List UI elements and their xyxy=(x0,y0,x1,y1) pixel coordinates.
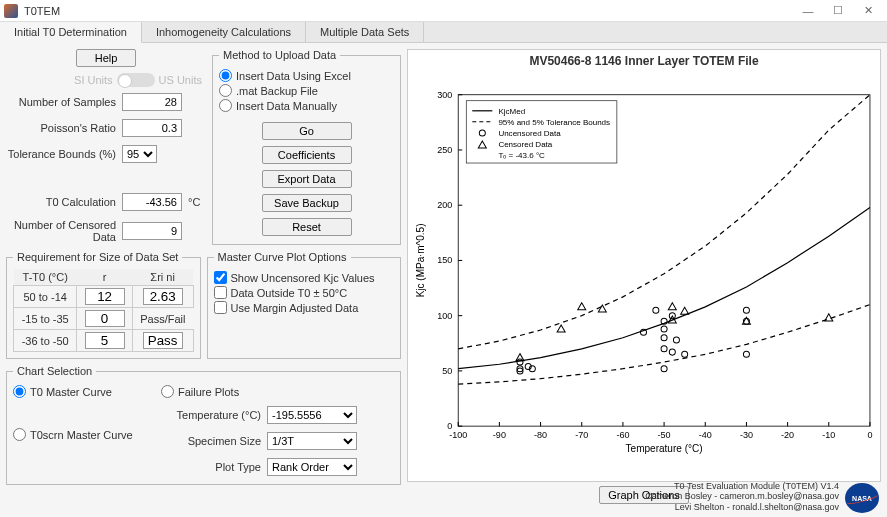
req-legend: Requirement for Size of Data Set xyxy=(13,251,182,263)
tab-multiple-data[interactable]: Multiple Data Sets xyxy=(306,22,424,42)
svg-point-56 xyxy=(743,351,749,357)
svg-text:95% and 5% Tolerance Bounds: 95% and 5% Tolerance Bounds xyxy=(498,118,610,127)
close-button[interactable]: ✕ xyxy=(853,1,883,21)
num-samples-label: Number of Samples xyxy=(6,96,116,108)
svg-text:Uncensored Data: Uncensored Data xyxy=(498,129,561,138)
margin-adjusted-check[interactable] xyxy=(214,301,227,314)
requirement-panel: Requirement for Size of Data Set T-T0 (°… xyxy=(6,251,201,359)
export-data-button[interactable]: Export Data xyxy=(262,170,352,188)
tol-bounds-select[interactable]: 95 xyxy=(122,145,157,163)
svg-text:-10: -10 xyxy=(822,430,835,440)
master-opts-legend: Master Curve Plot Options xyxy=(214,251,351,263)
tab-inhomogeneity[interactable]: Inhomogeneity Calculations xyxy=(142,22,306,42)
tab-bar: Initial T0 Determination Inhomogeneity C… xyxy=(0,22,887,43)
svg-text:Censored Data: Censored Data xyxy=(498,140,552,149)
svg-text:-20: -20 xyxy=(781,430,794,440)
t0-calc-label: T0 Calculation xyxy=(6,196,116,208)
upload-manual-radio[interactable] xyxy=(219,99,232,112)
data-outside-check[interactable] xyxy=(214,286,227,299)
svg-text:0: 0 xyxy=(447,421,452,431)
svg-point-45 xyxy=(653,307,659,313)
go-button[interactable]: Go xyxy=(262,122,352,140)
failure-plots-radio[interactable] xyxy=(161,385,174,398)
chart-area: MV50466-8 1146 Inner Layer TOTEM File -1… xyxy=(407,49,881,482)
req-sum-input[interactable] xyxy=(143,288,183,305)
svg-text:-100: -100 xyxy=(449,430,467,440)
credit-line-3: Levi Shelton - ronald.l.shelton@nasa.gov xyxy=(645,502,839,513)
minimize-button[interactable]: — xyxy=(793,1,823,21)
titlebar: T0TEM — ☐ ✕ xyxy=(0,0,887,22)
svg-point-54 xyxy=(682,351,688,357)
coefficients-button[interactable]: Coefficients xyxy=(262,146,352,164)
svg-text:50: 50 xyxy=(442,366,452,376)
plot-type-select[interactable]: Rank Order xyxy=(267,458,357,476)
svg-text:-40: -40 xyxy=(699,430,712,440)
upload-mat-radio[interactable] xyxy=(219,84,232,97)
svg-text:-80: -80 xyxy=(534,430,547,440)
poisson-label: Poisson's Ratio xyxy=(6,122,116,134)
chart-selection-panel: Chart Selection T0 Master Curve T0scrn M… xyxy=(6,365,401,485)
specimen-select[interactable]: 1/3T xyxy=(267,432,357,450)
svg-point-46 xyxy=(661,335,667,341)
master-curve-chart: -100-90-80-70-60-50-40-30-20-100Temperat… xyxy=(408,72,880,479)
reset-button[interactable]: Reset xyxy=(262,218,352,236)
credit-line-2: Cameron Bosley - cameron.m.bosley@nasa.g… xyxy=(645,491,839,502)
tab-initial-t0[interactable]: Initial T0 Determination xyxy=(0,22,142,43)
nasa-logo-icon: NASA xyxy=(845,483,879,513)
t0-calc-input[interactable] xyxy=(122,193,182,211)
req-pass-input[interactable] xyxy=(143,332,183,349)
svg-text:150: 150 xyxy=(437,255,452,265)
svg-text:KjcMed: KjcMed xyxy=(498,107,525,116)
req-r1-input[interactable] xyxy=(85,288,125,305)
us-units-label: US Units xyxy=(159,74,202,86)
show-uncensored-check[interactable] xyxy=(214,271,227,284)
svg-text:-60: -60 xyxy=(616,430,629,440)
svg-point-49 xyxy=(661,346,667,352)
censored-label: Number of Censored Data xyxy=(6,219,116,243)
svg-point-51 xyxy=(669,349,675,355)
poisson-input[interactable] xyxy=(122,119,182,137)
upload-excel-radio[interactable] xyxy=(219,69,232,82)
svg-text:0: 0 xyxy=(867,430,872,440)
req-r3-input[interactable] xyxy=(85,332,125,349)
t0-calc-unit: °C xyxy=(188,196,200,208)
svg-text:Temperature (°C): Temperature (°C) xyxy=(626,443,703,454)
help-button[interactable]: Help xyxy=(76,49,136,67)
svg-text:T₀ =   -43.6  °C: T₀ = -43.6 °C xyxy=(498,151,545,160)
svg-text:Kjc (MPa·m^0.5): Kjc (MPa·m^0.5) xyxy=(415,224,426,298)
svg-point-47 xyxy=(661,326,667,332)
upload-panel: Method to Upload Data Insert Data Using … xyxy=(212,49,401,245)
chart-title: MV50466-8 1146 Inner Layer TOTEM File xyxy=(408,50,880,72)
svg-text:-90: -90 xyxy=(493,430,506,440)
window-title: T0TEM xyxy=(24,5,60,17)
t0-master-radio[interactable] xyxy=(13,385,26,398)
maximize-button[interactable]: ☐ xyxy=(823,1,853,21)
save-backup-button[interactable]: Save Backup xyxy=(262,194,352,212)
censored-input[interactable] xyxy=(122,222,182,240)
chart-sel-legend: Chart Selection xyxy=(13,365,96,377)
upload-legend: Method to Upload Data xyxy=(219,49,340,61)
req-r2-input[interactable] xyxy=(85,310,125,327)
svg-text:250: 250 xyxy=(437,145,452,155)
num-samples-input[interactable] xyxy=(122,93,182,111)
svg-text:-70: -70 xyxy=(575,430,588,440)
svg-point-50 xyxy=(661,366,667,372)
tol-bounds-label: Tolerance Bounds (%) xyxy=(6,148,116,160)
svg-point-53 xyxy=(673,337,679,343)
svg-text:-50: -50 xyxy=(658,430,671,440)
app-icon xyxy=(4,4,18,18)
svg-text:-30: -30 xyxy=(740,430,753,440)
svg-text:300: 300 xyxy=(437,90,452,100)
svg-text:100: 100 xyxy=(437,311,452,321)
master-plot-options-panel: Master Curve Plot Options Show Uncensore… xyxy=(207,251,402,359)
si-units-label: SI Units xyxy=(74,74,113,86)
svg-point-40 xyxy=(517,359,523,365)
svg-text:200: 200 xyxy=(437,200,452,210)
temperature-select[interactable]: -195.5556 xyxy=(267,406,357,424)
svg-point-57 xyxy=(743,307,749,313)
t0scrn-radio[interactable] xyxy=(13,428,26,441)
credit-line-1: T0 Test Evaluation Module (T0TEM) V1.4 xyxy=(645,481,839,492)
units-toggle[interactable] xyxy=(117,73,155,87)
